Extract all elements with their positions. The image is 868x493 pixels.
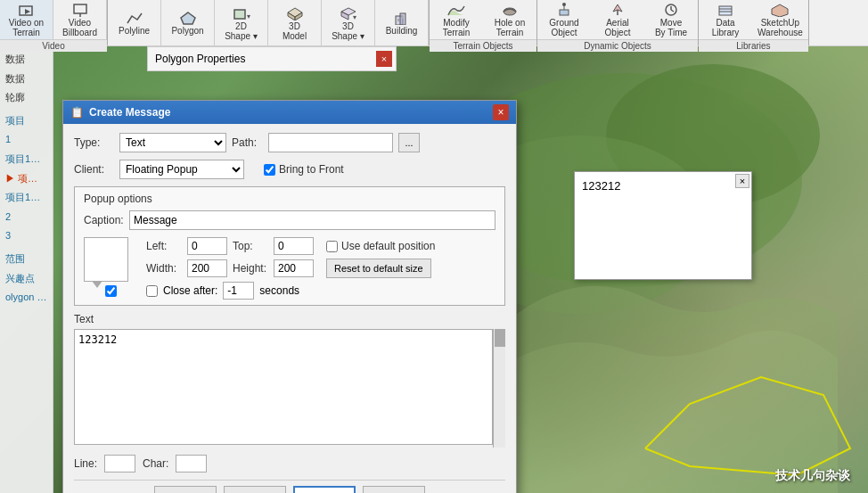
- sidebar-item-0[interactable]: 数据: [2, 50, 51, 70]
- text-section-label: Text: [74, 313, 505, 325]
- polyline-label: Polyline: [119, 26, 150, 36]
- sidebar-item-13[interactable]: 兴趣点: [2, 269, 51, 289]
- 3d-shape-icon: ▾: [339, 5, 358, 21]
- dynamic-objects-section-label: Dynamic Objects: [537, 39, 698, 52]
- path-input[interactable]: [268, 133, 393, 152]
- browse-button[interactable]: ...: [398, 133, 420, 152]
- terrain-objects-section-label: Terrain Objects: [430, 39, 536, 52]
- ground-object-icon: [554, 2, 574, 18]
- sidebar-item-14[interactable]: olygon ##14: [2, 288, 51, 308]
- width-height-row: Width: Height: Reset to default size: [146, 259, 435, 278]
- bring-to-front-checkbox[interactable]: [264, 164, 275, 176]
- toolbar-3d-model[interactable]: 3DModel: [268, 0, 322, 45]
- move-by-time-label: MoveBy Time: [655, 18, 687, 37]
- svg-rect-18: [560, 10, 569, 15]
- toolbar-data-library[interactable]: DataLibrary: [699, 0, 752, 39]
- sidebar-item-2[interactable]: 轮廓: [2, 88, 51, 108]
- width-label: Width:: [146, 262, 182, 275]
- char-label: Char:: [143, 457, 168, 470]
- left-label: Left:: [146, 240, 182, 252]
- ok-button[interactable]: OK: [293, 486, 356, 493]
- dialog-buttons: Reset Preview... OK Cancel: [74, 480, 505, 493]
- dialog-titlebar: 📋 Create Message ×: [63, 101, 516, 124]
- text-scrollbar[interactable]: [493, 329, 505, 448]
- video-section-label: Video: [0, 39, 107, 52]
- text-area[interactable]: 123212: [74, 329, 493, 445]
- video-terrain-label: Video onTerrain: [9, 18, 44, 37]
- polygon-properties-bar: Polygon Properties ×: [147, 46, 397, 71]
- width-input[interactable]: [187, 259, 227, 277]
- bring-to-front-text: Bring to Front: [279, 163, 344, 176]
- toolbar-polygon[interactable]: Polygon: [161, 0, 215, 45]
- toolbar-video-terrain[interactable]: Video onTerrain: [0, 0, 53, 39]
- toolbar-ground-object[interactable]: GroundObject: [537, 0, 591, 39]
- sidebar-item-10[interactable]: 3: [2, 226, 51, 246]
- toolbar-sketchup[interactable]: SketchUpWarehouse: [752, 0, 808, 39]
- sidebar-item-8[interactable]: 项目1范围高: [2, 188, 51, 208]
- sidebar-item-4[interactable]: 项目: [2, 111, 51, 131]
- client-label: Client:: [74, 163, 114, 176]
- left-sidebar: 数据 数据 轮廓 项目 1 项目1数据高 ▶ 项目1数据 项目1范围高 2 3 …: [0, 46, 53, 493]
- toolbar-building[interactable]: Building: [375, 0, 429, 45]
- toolbar-modify-terrain[interactable]: ModifyTerrain: [430, 0, 483, 39]
- sidebar-item-9[interactable]: 2: [2, 208, 51, 227]
- preview-checkbox[interactable]: [105, 285, 117, 297]
- height-label: Height:: [233, 262, 268, 275]
- svg-rect-14: [400, 13, 405, 25]
- toolbar-hole-terrain[interactable]: Hole onTerrain: [483, 0, 536, 39]
- sidebar-item-12[interactable]: 范围: [2, 250, 51, 269]
- client-select[interactable]: Floating Popup: [119, 160, 244, 179]
- sidebar-item-6[interactable]: 项目1数据高: [2, 150, 51, 169]
- dialog-title-left: 📋 Create Message: [70, 106, 170, 119]
- toolbar-2d-shape[interactable]: ▾ 2DShape ▾: [215, 0, 268, 45]
- cancel-button[interactable]: Cancel: [363, 486, 425, 493]
- video-billboard-label: VideoBillboard: [62, 18, 97, 37]
- polyline-icon: [125, 10, 144, 26]
- caption-row: Caption:: [84, 210, 495, 230]
- toolbar-polyline[interactable]: Polyline: [108, 0, 161, 45]
- position-grid: Left: Top: Use default position Width:: [146, 237, 435, 300]
- 3d-model-label: 3DModel: [283, 21, 307, 41]
- top-input[interactable]: [274, 237, 314, 255]
- dialog-close-button[interactable]: ×: [493, 104, 509, 120]
- close-after-checkbox[interactable]: [146, 285, 158, 297]
- svg-rect-5: [234, 10, 245, 19]
- reset-button[interactable]: Reset: [154, 486, 217, 493]
- top-label: Top:: [233, 240, 268, 252]
- sidebar-item-5[interactable]: 1: [2, 130, 51, 150]
- data-library-label: DataLibrary: [712, 18, 740, 37]
- line-char-row: Line: Char:: [74, 455, 505, 472]
- client-row: Client: Floating Popup Bring to Front: [74, 160, 505, 179]
- caption-label: Caption:: [84, 214, 124, 226]
- close-after-text: Close after:: [163, 284, 217, 297]
- height-input[interactable]: [274, 259, 314, 277]
- toolbar-3d-shape[interactable]: ▾ 3DShape ▾: [322, 0, 375, 45]
- svg-rect-15: [397, 19, 399, 21]
- preview-area: [84, 237, 137, 297]
- use-default-text: Use default position: [341, 240, 435, 252]
- type-select[interactable]: Text: [119, 133, 226, 152]
- toolbar-video-billboard[interactable]: VideoBillboard: [53, 0, 107, 39]
- poly-props-close-button[interactable]: ×: [376, 51, 392, 67]
- 3d-model-icon: [285, 5, 305, 21]
- map-popup-close-button[interactable]: ×: [735, 174, 749, 188]
- sidebar-item-1[interactable]: 数据: [2, 70, 51, 89]
- reset-size-button[interactable]: Reset to default size: [326, 259, 431, 278]
- char-input[interactable]: [176, 455, 207, 472]
- use-default-label[interactable]: Use default position: [326, 240, 435, 252]
- line-input[interactable]: [104, 455, 135, 472]
- aerial-object-label: AerialObject: [605, 18, 631, 37]
- caption-input[interactable]: [129, 210, 495, 230]
- map-polygon-svg: [601, 270, 868, 493]
- bring-to-front-label[interactable]: Bring to Front: [264, 163, 344, 176]
- toolbar-move-by-time[interactable]: MoveBy Time: [644, 0, 698, 39]
- left-input[interactable]: [187, 237, 227, 255]
- close-after-input[interactable]: [223, 282, 254, 300]
- svg-rect-25: [719, 6, 732, 15]
- svg-point-20: [562, 3, 566, 6]
- use-default-checkbox[interactable]: [326, 241, 338, 252]
- sidebar-item-7[interactable]: ▶ 项目1数据: [2, 169, 51, 189]
- toolbar-aerial-object[interactable]: AerialObject: [591, 0, 644, 39]
- preview-button[interactable]: Preview...: [224, 486, 286, 493]
- hole-terrain-icon: [500, 2, 520, 18]
